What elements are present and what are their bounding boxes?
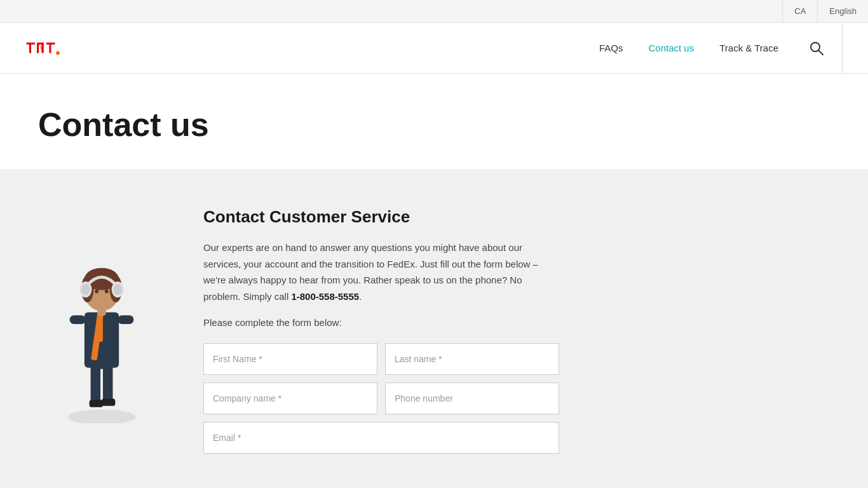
character-illustration [51, 220, 153, 423]
main-content: Contact Customer Service Our experts are… [0, 169, 868, 488]
illustration-area [38, 207, 165, 461]
header-divider [842, 23, 843, 74]
logo-area [25, 39, 64, 58]
svg-rect-2 [29, 43, 31, 53]
last-name-input[interactable] [385, 343, 559, 375]
email-row [203, 422, 559, 454]
phone-input[interactable] [385, 383, 559, 414]
svg-point-29 [81, 284, 90, 295]
svg-rect-15 [102, 398, 115, 406]
svg-rect-21 [70, 315, 86, 324]
svg-point-12 [68, 410, 136, 423]
form-area: Contact Customer Service Our experts are… [203, 207, 559, 461]
top-bar-items: CA English [782, 0, 868, 23]
form-description: Our experts are on hand to answer any qu… [203, 240, 559, 304]
email-input[interactable] [203, 422, 559, 454]
svg-rect-8 [50, 43, 51, 53]
form-section-title: Contact Customer Service [203, 207, 559, 227]
form-instruction: Please complete the form below: [203, 317, 559, 328]
description-text: Our experts are on hand to answer any qu… [203, 242, 538, 302]
nav-item-track[interactable]: Track & Trace [719, 39, 778, 57]
company-phone-row [203, 383, 559, 414]
top-bar: CA English [0, 0, 868, 23]
first-name-input[interactable] [203, 343, 377, 375]
company-name-input[interactable] [203, 383, 377, 414]
country-selector[interactable]: CA [782, 0, 817, 23]
nav-item-contact[interactable]: Contact us [648, 39, 694, 57]
svg-point-32 [95, 290, 98, 294]
page-title: Contact us [38, 105, 830, 144]
nav-item-faqs[interactable]: FAQs [599, 39, 623, 57]
logo[interactable] [25, 39, 64, 58]
search-button[interactable] [804, 36, 829, 61]
svg-point-33 [105, 290, 109, 294]
phone-number: 1-800-558-5555 [291, 291, 359, 302]
svg-rect-22 [118, 315, 133, 324]
header: FAQs Contact us Track & Trace [0, 23, 868, 74]
name-row [203, 343, 559, 375]
main-nav: FAQs Contact us Track & Trace [599, 39, 778, 57]
svg-point-31 [113, 284, 122, 295]
svg-rect-6 [42, 43, 44, 53]
svg-rect-16 [90, 400, 103, 407]
description-end: . [359, 291, 362, 302]
search-icon [810, 41, 824, 55]
svg-line-11 [819, 50, 824, 55]
svg-point-9 [56, 51, 60, 55]
page-title-section: Contact us [0, 74, 868, 169]
language-selector[interactable]: English [817, 0, 868, 23]
